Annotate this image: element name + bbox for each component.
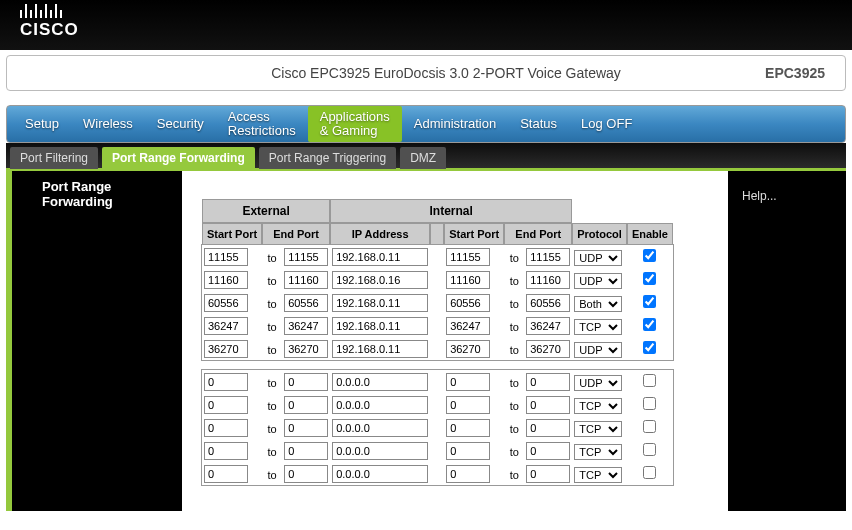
ip-input[interactable] [332,248,428,266]
int-end-input[interactable] [526,317,570,335]
int-end-input[interactable] [526,396,570,414]
content-area: External Internal Start Port End Port IP… [182,171,728,511]
main-nav: Setup Wireless Security Access Restricti… [6,105,846,143]
ext-end-input[interactable] [284,248,328,266]
int-start-input[interactable] [446,419,490,437]
to-label: to [264,275,280,287]
tab-port-filtering[interactable]: Port Filtering [10,147,98,169]
int-start-input[interactable] [446,465,490,483]
tab-port-range-triggering[interactable]: Port Range Triggering [259,147,396,169]
enable-checkbox[interactable] [643,249,656,262]
enable-checkbox[interactable] [643,466,656,479]
to-label: to [264,252,280,264]
ext-start-input[interactable] [204,396,248,414]
int-end-input[interactable] [526,373,570,391]
to-label: to [264,344,280,356]
ext-start-input[interactable] [204,317,248,335]
ext-end-input[interactable] [284,465,328,483]
to-label: to [264,377,280,389]
ext-start-input[interactable] [204,294,248,312]
help-link[interactable]: Help... [728,171,846,203]
ext-end-input[interactable] [284,442,328,460]
ext-start-input[interactable] [204,442,248,460]
enable-checkbox[interactable] [643,374,656,387]
int-start-input[interactable] [446,442,490,460]
int-start-input[interactable] [446,294,490,312]
int-start-input[interactable] [446,271,490,289]
ext-start-input[interactable] [204,340,248,358]
ext-start-input[interactable] [204,271,248,289]
int-end-input[interactable] [526,340,570,358]
ext-start-input[interactable] [204,248,248,266]
to-label: to [264,446,280,458]
enable-checkbox[interactable] [643,295,656,308]
int-start-input[interactable] [446,248,490,266]
int-start-input[interactable] [446,317,490,335]
enable-checkbox[interactable] [643,272,656,285]
protocol-select[interactable]: UDPTCPBoth [574,342,622,358]
ext-start-input[interactable] [204,419,248,437]
ext-end-input[interactable] [284,271,328,289]
cisco-logo: CISCO [20,4,79,40]
to-label: to [264,469,280,481]
nav-access-restrictions[interactable]: Access Restrictions [216,106,308,143]
ip-input[interactable] [332,373,428,391]
to-label: to [506,275,522,287]
protocol-select[interactable]: UDPTCPBoth [574,250,622,266]
int-start-input[interactable] [446,373,490,391]
tab-port-range-forwarding[interactable]: Port Range Forwarding [102,147,255,169]
nav-security[interactable]: Security [145,113,216,135]
ip-input[interactable] [332,340,428,358]
enable-checkbox[interactable] [643,420,656,433]
ext-end-input[interactable] [284,419,328,437]
ip-input[interactable] [332,271,428,289]
int-end-input[interactable] [526,419,570,437]
protocol-select[interactable]: UDPTCPBoth [574,444,622,460]
ext-start-input[interactable] [204,373,248,391]
port-forward-table: External Internal Start Port End Port IP… [202,199,673,485]
protocol-select[interactable]: UDPTCPBoth [574,319,622,335]
enable-checkbox[interactable] [643,341,656,354]
nav-administration[interactable]: Administration [402,113,508,135]
int-end-input[interactable] [526,271,570,289]
logo-text: CISCO [20,20,79,40]
int-end-input[interactable] [526,294,570,312]
nav-setup[interactable]: Setup [13,113,71,135]
int-end-input[interactable] [526,442,570,460]
int-end-input[interactable] [526,465,570,483]
int-start-input[interactable] [446,396,490,414]
to-label: to [506,377,522,389]
ip-input[interactable] [332,317,428,335]
protocol-select[interactable]: UDPTCPBoth [574,421,622,437]
ip-input[interactable] [332,294,428,312]
nav-logoff[interactable]: Log OFF [569,113,644,135]
int-start-input[interactable] [446,340,490,358]
ext-end-input[interactable] [284,317,328,335]
ip-input[interactable] [332,442,428,460]
ip-input[interactable] [332,465,428,483]
ext-end-input[interactable] [284,340,328,358]
nav-applications-gaming[interactable]: Applications & Gaming [308,106,402,143]
protocol-select[interactable]: UDPTCPBoth [574,273,622,289]
ext-end-input[interactable] [284,294,328,312]
nav-wireless[interactable]: Wireless [71,113,145,135]
protocol-select[interactable]: UDPTCPBoth [574,467,622,483]
enable-checkbox[interactable] [643,443,656,456]
table-row: totoUDPTCPBoth [202,268,673,291]
int-end-input[interactable] [526,248,570,266]
ext-start-input[interactable] [204,465,248,483]
protocol-select[interactable]: UDPTCPBoth [574,398,622,414]
enable-checkbox[interactable] [643,397,656,410]
protocol-select[interactable]: UDPTCPBoth [574,296,622,312]
ip-input[interactable] [332,396,428,414]
table-row: totoUDPTCPBoth [202,416,673,439]
protocol-select[interactable]: UDPTCPBoth [574,375,622,391]
ext-end-input[interactable] [284,396,328,414]
ip-input[interactable] [332,419,428,437]
table-row: totoUDPTCPBoth [202,462,673,485]
ext-end-input[interactable] [284,373,328,391]
enable-checkbox[interactable] [643,318,656,331]
tab-dmz[interactable]: DMZ [400,147,446,169]
table-row: totoUDPTCPBoth [202,291,673,314]
nav-status[interactable]: Status [508,113,569,135]
